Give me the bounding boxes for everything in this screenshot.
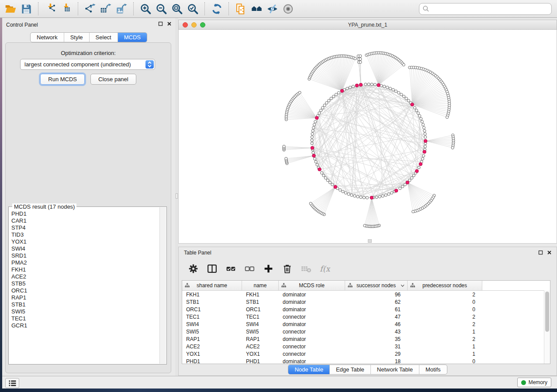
- zoom-selected-button[interactable]: [186, 2, 200, 16]
- mcds-result-item[interactable]: SWI5: [11, 308, 160, 315]
- network-satellite-node[interactable]: [285, 157, 287, 160]
- network-node[interactable]: [405, 97, 408, 100]
- network-node[interactable]: [422, 123, 424, 126]
- network-splitter-grip[interactable]: [368, 239, 372, 243]
- network-node[interactable]: [326, 179, 329, 182]
- network-node[interactable]: [316, 163, 318, 166]
- control-panel-float-icon[interactable]: [158, 21, 163, 26]
- control-panel-close-icon[interactable]: [167, 21, 172, 26]
- mcds-result-item[interactable]: STP4: [11, 224, 160, 231]
- select-all-rows-button[interactable]: [225, 263, 236, 274]
- tab-style[interactable]: Style: [64, 33, 89, 42]
- network-hub-node[interactable]: [377, 83, 381, 87]
- network-node[interactable]: [418, 114, 421, 117]
- network-node[interactable]: [370, 83, 373, 86]
- network-hub-node[interactable]: [415, 169, 419, 173]
- network-node[interactable]: [312, 151, 315, 154]
- table-settings-button[interactable]: [187, 263, 199, 274]
- network-node[interactable]: [314, 120, 317, 123]
- network-satellite-node[interactable]: [283, 145, 285, 148]
- network-node[interactable]: [311, 130, 314, 132]
- network-satellite-node[interactable]: [354, 57, 356, 60]
- network-node[interactable]: [313, 158, 316, 160]
- mcds-result-item[interactable]: FKH1: [11, 266, 160, 273]
- network-node[interactable]: [331, 183, 334, 186]
- table-scrollbar-thumb[interactable]: [545, 292, 549, 332]
- table-row[interactable]: PHD1PHD1dominator180: [182, 358, 550, 364]
- network-hub-node[interactable]: [334, 185, 337, 189]
- network-node[interactable]: [366, 196, 368, 199]
- network-node[interactable]: [394, 90, 397, 93]
- import-table-button[interactable]: [59, 2, 73, 16]
- network-hub-node[interactable]: [359, 83, 363, 86]
- network-satellite-node[interactable]: [359, 55, 362, 57]
- network-node[interactable]: [419, 117, 422, 120]
- network-node[interactable]: [319, 109, 322, 112]
- mcds-result-item[interactable]: TEC1: [11, 315, 160, 322]
- panel-splitter[interactable]: [175, 18, 178, 376]
- zoom-out-button[interactable]: [154, 2, 168, 16]
- run-mcds-button[interactable]: Run MCDS: [40, 74, 85, 85]
- tab-edge-table[interactable]: Edge Table: [329, 365, 370, 374]
- import-network-button[interactable]: [43, 2, 57, 16]
- network-hub-node[interactable]: [424, 139, 427, 143]
- tab-node-table[interactable]: Node Table: [288, 365, 329, 374]
- optimization-criterion-dropdown[interactable]: largest connected component (undirected): [20, 59, 155, 70]
- network-node[interactable]: [322, 174, 325, 177]
- network-node[interactable]: [339, 189, 341, 191]
- network-node[interactable]: [337, 91, 340, 94]
- network-node[interactable]: [381, 195, 384, 197]
- network-hub-node[interactable]: [406, 181, 409, 184]
- network-satellite-node[interactable]: [363, 224, 366, 227]
- network-node[interactable]: [422, 126, 425, 129]
- mcds-result-item[interactable]: PMA2: [11, 259, 160, 266]
- table-row[interactable]: RAP1RAP1dominator352: [182, 335, 550, 343]
- network-node[interactable]: [347, 193, 350, 196]
- mcds-result-item[interactable]: SRD1: [11, 252, 160, 259]
- network-node[interactable]: [328, 99, 330, 102]
- network-node[interactable]: [360, 196, 362, 199]
- network-node[interactable]: [423, 130, 426, 132]
- network-node[interactable]: [311, 136, 313, 138]
- network-node[interactable]: [411, 177, 413, 179]
- network-node[interactable]: [313, 123, 315, 126]
- network-hub-node[interactable]: [394, 189, 398, 193]
- network-satellite-node[interactable]: [309, 202, 312, 205]
- network-node[interactable]: [364, 83, 367, 86]
- mcds-result-item[interactable]: TID3: [11, 231, 160, 238]
- memory-button[interactable]: Memory: [517, 378, 551, 387]
- network-node[interactable]: [407, 99, 410, 102]
- network-node[interactable]: [392, 89, 394, 91]
- network-node[interactable]: [418, 166, 420, 169]
- network-canvas[interactable]: [179, 30, 557, 243]
- network-node[interactable]: [383, 85, 386, 88]
- network-node[interactable]: [325, 102, 328, 104]
- table-row[interactable]: FKH1FKH1dominator962: [182, 291, 550, 298]
- column-header-MCDS-role[interactable]: MCDS role: [279, 281, 345, 290]
- network-node[interactable]: [413, 107, 416, 109]
- mcds-result-item[interactable]: RAP1: [11, 294, 160, 301]
- network-node[interactable]: [412, 174, 415, 177]
- refresh-layout-button[interactable]: [210, 2, 224, 16]
- network-satellite-node[interactable]: [359, 58, 362, 60]
- delete-rows-button[interactable]: [281, 263, 293, 274]
- network-node[interactable]: [424, 136, 427, 138]
- search-box[interactable]: [419, 3, 552, 15]
- network-hub-node[interactable]: [423, 150, 426, 154]
- network-node[interactable]: [421, 120, 423, 123]
- network-node[interactable]: [402, 95, 405, 98]
- network-node[interactable]: [330, 97, 332, 100]
- mcds-list-scrollbar[interactable]: [159, 207, 166, 364]
- mcds-result-item[interactable]: SWI4: [11, 245, 160, 252]
- network-satellite-node[interactable]: [412, 210, 415, 213]
- open-file-button[interactable]: [3, 2, 17, 16]
- network-node[interactable]: [384, 194, 387, 196]
- network-node[interactable]: [391, 192, 393, 194]
- mcds-result-item[interactable]: ORC1: [11, 287, 160, 294]
- network-node[interactable]: [311, 133, 314, 135]
- network-node[interactable]: [400, 93, 403, 96]
- table-row[interactable]: YOX1YOX1connector291: [182, 350, 550, 358]
- network-node[interactable]: [322, 107, 324, 109]
- tab-network[interactable]: Network: [31, 33, 64, 42]
- network-node[interactable]: [378, 195, 381, 198]
